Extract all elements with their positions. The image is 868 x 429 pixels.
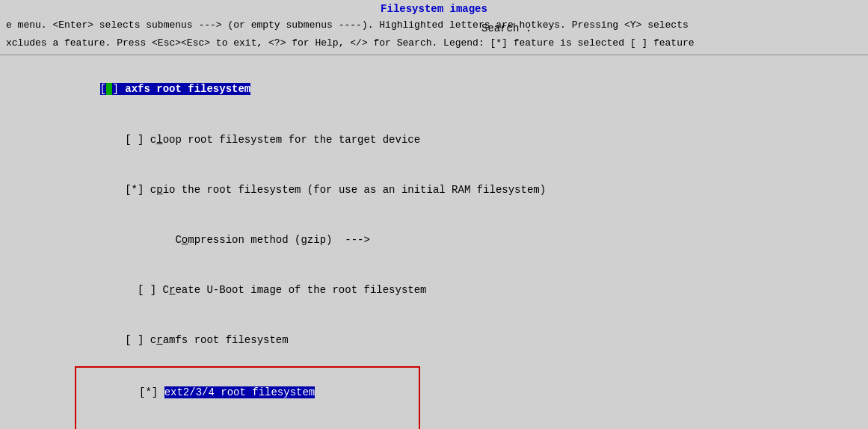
ext234-redbox: [*] ext2/3/4 root filesystem ext2/3/4 va… xyxy=(75,366,420,429)
list-item[interactable]: [ ] cloop root filesystem for the target… xyxy=(75,114,793,164)
header-bar: Filesystem images e menu. <Enter> select… xyxy=(0,0,868,52)
list-item[interactable]: ext2/3/4 variant (ext2 (rev0)) ---> xyxy=(76,418,416,429)
help-text-2: xcludes a feature. Press <Esc><Esc> to e… xyxy=(0,34,868,52)
list-item[interactable]: [ ] cramfs root filesystem xyxy=(75,315,793,365)
divider xyxy=(0,55,868,55)
list-item[interactable]: [ ] axfs root filesystem xyxy=(75,64,793,114)
list-item[interactable]: [ ] Create U-Boot image of the root file… xyxy=(75,265,793,315)
page-title: Filesystem images xyxy=(381,3,487,15)
list-item[interactable]: Compression method (gzip) ---> xyxy=(75,215,793,265)
bracket-axfs: [ xyxy=(100,83,106,95)
list-item[interactable]: [*] ext2/3/4 root filesystem xyxy=(76,368,416,418)
search-label: Search . xyxy=(481,22,532,34)
help-text-1: e menu. <Enter> selects submenus ---> (o… xyxy=(0,16,868,34)
main-content: [ ] axfs root filesystem [ ] cloop root … xyxy=(0,58,868,429)
list-item[interactable]: [*] cpio the root filesystem (for use as… xyxy=(75,164,793,214)
